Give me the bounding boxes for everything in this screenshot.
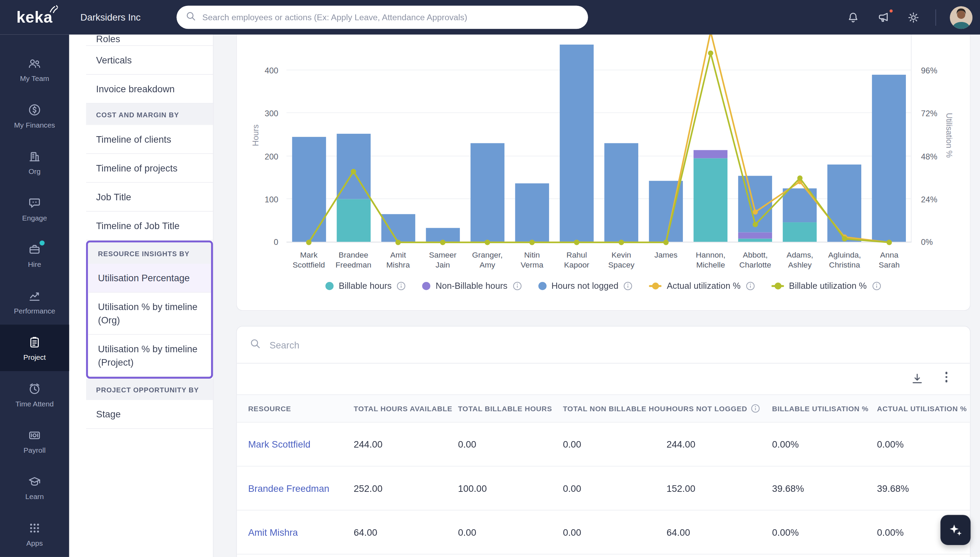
y-axis-tick-left: 200 (240, 151, 279, 161)
menu-item-label: Stage (96, 409, 121, 419)
legend-item-hours-not-logged[interactable]: Hours not logged (538, 280, 633, 290)
menu-item-timeline-of-clients[interactable]: Timeline of clients (86, 125, 213, 154)
company-name: Darksiders Inc (80, 12, 140, 23)
table-search[interactable] (237, 327, 970, 363)
sidebar-item-org[interactable]: Org (0, 139, 69, 185)
menu-item-roles[interactable]: Roles (86, 35, 213, 46)
x-axis-category-label: AmitMishra (376, 250, 420, 270)
menu-item-label: Utilisation % by timeline (Org) (98, 301, 198, 326)
menu-item-stage[interactable]: Stage (86, 400, 213, 429)
keka-logo[interactable]: keka (0, 0, 69, 35)
column-header-total-non-billable-houi: TOTAL NON BILLABLE HOUI (563, 405, 666, 412)
ai-assistant-button[interactable] (941, 515, 971, 545)
legend-label: Actual utilization % (667, 280, 740, 290)
main-content: Hours Utilisation % Billable hoursNon-Bi… (214, 35, 980, 557)
primary-sidebar: My TeamMy FinancesOrgEngageHirePerforman… (0, 35, 69, 557)
table-cell: 152.00 (666, 483, 772, 493)
table-cell: 39.68% (877, 483, 970, 493)
x-axis-category-label: BrandeeFreedman (331, 250, 376, 270)
y-axis-tick-right: 96% (921, 66, 938, 75)
notifications-bell-icon[interactable] (845, 9, 861, 26)
y-axis-tick-left: 300 (240, 109, 279, 118)
legend-label: Non-Billable hours (435, 280, 507, 290)
info-icon[interactable] (623, 281, 633, 290)
sidebar-item-label: Hire (28, 260, 41, 268)
y-axis-tick-left: 100 (240, 194, 279, 204)
sidebar-item-project[interactable]: Project (0, 325, 69, 371)
sidebar-item-label: Project (23, 353, 46, 361)
menu-item-job-title[interactable]: Job Title (86, 183, 213, 212)
sidebar-item-time-attend[interactable]: Time Attend (0, 371, 69, 417)
info-icon[interactable] (872, 281, 881, 290)
sidebar-item-payroll[interactable]: Payroll (0, 417, 69, 464)
menu-item-utilisation-percentage[interactable]: Utilisation Percentage (88, 264, 211, 293)
table-cell: 244.00 (666, 439, 772, 450)
utilisation-table-card: RESOURCETOTAL HOURS AVAILABLETOTAL BILLA… (236, 326, 970, 557)
legend-item-non-billable-hours[interactable]: Non-Billable hours (422, 280, 522, 290)
finances-icon (28, 103, 42, 116)
info-icon[interactable] (751, 404, 760, 413)
info-icon[interactable] (746, 281, 755, 290)
chart-legend: Billable hoursNon-Billable hoursHours no… (237, 280, 970, 290)
menu-item-verticals[interactable]: Verticals (86, 46, 213, 75)
table-row: Amit Mishra64.000.000.0064.000.00%0.00% (237, 510, 970, 554)
column-header-hours-not-logged: HOURS NOT LOGGED (666, 404, 772, 413)
menu-item-label: Timeline of projects (96, 163, 178, 173)
menu-section-cost-and-margin-by: COST AND MARGIN BY (86, 104, 213, 125)
legend-item-billable-utilization[interactable]: Billable utilization % (771, 280, 881, 290)
download-icon[interactable] (911, 373, 924, 388)
table-cell: 0.00 (563, 439, 666, 450)
sidebar-item-apps[interactable]: Apps (0, 510, 69, 557)
sidebar-item-label: Learn (25, 492, 44, 500)
info-icon[interactable] (513, 281, 522, 290)
menu-item-timeline-of-projects[interactable]: Timeline of projects (86, 154, 213, 183)
global-search[interactable] (176, 5, 588, 29)
global-search-input[interactable] (201, 12, 579, 23)
menu-item-timeline-of-job-title[interactable]: Timeline of Job Title (86, 212, 213, 240)
table-cell: 252.00 (354, 483, 458, 493)
info-icon[interactable] (397, 281, 406, 290)
y-axis-tick-right: 24% (921, 194, 938, 204)
legend-dot-marker (538, 282, 546, 290)
table-row: Mark Scottfield244.000.000.00244.000.00%… (237, 423, 970, 466)
legend-item-billable-hours[interactable]: Billable hours (326, 280, 406, 290)
legend-item-actual-utilization[interactable]: Actual utilization % (649, 280, 755, 290)
table-cell: 39.68% (772, 483, 877, 493)
menu-item-label: Utilisation % by timeline (Project) (98, 343, 198, 367)
sidebar-item-label: Performance (14, 307, 55, 314)
menu-item-utilisation-by-timeline-project[interactable]: Utilisation % by timeline (Project) (88, 335, 211, 377)
resource-link[interactable]: Mark Scottfield (248, 439, 311, 450)
performance-icon (28, 288, 42, 302)
announcements-megaphone-icon[interactable] (875, 9, 892, 26)
sidebar-item-my-team[interactable]: My Team (0, 46, 69, 92)
table-cell: 0.00 (458, 527, 563, 537)
resource-link[interactable]: Amit Mishra (248, 527, 298, 537)
more-options-kebab-icon[interactable] (945, 372, 947, 382)
sidebar-item-engage[interactable]: Engage (0, 185, 69, 231)
x-axis-category-label: KevinSpacey (599, 250, 644, 270)
table-search-input[interactable] (268, 339, 957, 351)
table-cell: 0.00% (772, 439, 877, 450)
team-icon (28, 56, 42, 70)
sidebar-item-hire[interactable]: Hire (0, 232, 69, 278)
menu-item-invoice-breakdown[interactable]: Invoice breakdown (86, 75, 213, 104)
x-axis-category-label: RahulKapoor (554, 250, 599, 270)
resource-link[interactable]: Brandee Freedman (248, 483, 329, 493)
sidebar-item-my-finances[interactable]: My Finances (0, 92, 69, 138)
sidebar-item-performance[interactable]: Performance (0, 278, 69, 324)
org-icon (28, 149, 42, 163)
engage-icon (28, 195, 42, 209)
settings-gear-icon[interactable] (905, 9, 922, 26)
utilisation-chart-card: Hours Utilisation % Billable hoursNon-Bi… (236, 35, 970, 311)
user-avatar[interactable] (950, 6, 972, 28)
menu-item-utilisation-by-timeline-org[interactable]: Utilisation % by timeline (Org) (88, 293, 211, 335)
table-cell: 100.00 (458, 483, 563, 493)
sidebar-item-label: Time Attend (15, 399, 54, 407)
table-cell: 244.00 (354, 439, 458, 450)
x-axis-category-label: NitinVerma (510, 250, 554, 270)
sidebar-item-learn[interactable]: Learn (0, 464, 69, 510)
y-axis-tick-left: 0 (240, 237, 279, 247)
wave-icon (49, 5, 59, 16)
column-header-actual-utilisation: ACTUAL UTILISATION % (877, 405, 970, 412)
search-icon (249, 338, 261, 352)
